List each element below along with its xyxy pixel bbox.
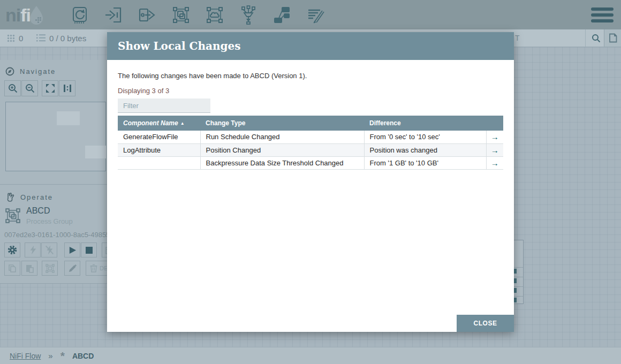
goto-component-arrow-icon[interactable]: → [486, 156, 503, 169]
active-threads-count: 0 [19, 34, 23, 43]
goto-component-arrow-icon[interactable]: → [486, 143, 503, 156]
zoom-actual-button[interactable] [59, 80, 75, 96]
processor-icon[interactable] [69, 4, 91, 26]
navigate-title: Navigate [20, 67, 56, 75]
zoom-fit-button[interactable] [42, 80, 58, 96]
breadcrumb-root-link[interactable]: NiFi Flow [10, 352, 41, 360]
queued-icon [36, 34, 46, 42]
configure-gear-icon[interactable] [4, 242, 20, 257]
search-icon[interactable] [588, 29, 604, 47]
stop-icon[interactable] [81, 242, 97, 257]
selected-component-type: Process Group [26, 217, 73, 225]
minimap-component [57, 111, 80, 125]
table-row: LogAttribute Position Changed Position w… [118, 143, 503, 156]
dialog-description: The following changes have been made to … [118, 72, 307, 80]
template-icon[interactable] [271, 4, 293, 26]
column-header-difference[interactable]: Difference [364, 116, 503, 131]
cell-difference: Position was changed [364, 143, 486, 156]
label-icon[interactable] [305, 4, 327, 26]
compass-icon [5, 67, 14, 76]
cell-component-name: GenerateFlowFile [118, 131, 200, 143]
dialog-header: Show Local Changes [107, 32, 514, 60]
local-changes-asterisk-icon: * [60, 353, 65, 359]
filter-input[interactable] [118, 98, 210, 113]
global-menu-icon[interactable] [591, 7, 614, 22]
nifi-app: nifi [0, 0, 621, 364]
operate-palette: Operate ABCD Process Group 007ed2e3-0161… [0, 185, 107, 284]
minimap-component [85, 146, 106, 158]
queued-count: 0 / 0 bytes [49, 34, 86, 43]
table-header-row: Component Name▲ Change Type Difference [118, 116, 503, 131]
processor-component-edge[interactable] [513, 240, 524, 304]
cell-change-type: Backpressure Data Size Threshold Changed [200, 156, 364, 169]
cell-component-name [118, 156, 200, 169]
group-icon [42, 261, 58, 276]
zoom-in-button[interactable] [4, 80, 21, 96]
cell-component-name: LogAttribute [118, 143, 200, 156]
selected-component-name: ABCD [26, 206, 73, 216]
disable-lightning-icon [41, 242, 57, 257]
status-bar-divider [585, 29, 586, 47]
fill-color-brush-icon [64, 261, 80, 276]
show-local-changes-dialog: Show Local Changes The following changes… [107, 32, 514, 332]
process-group-icon[interactable] [170, 4, 192, 26]
enable-lightning-icon [25, 242, 41, 257]
copy-icon [4, 261, 20, 276]
displaying-count: Displaying 3 of 3 [118, 87, 169, 95]
refresh-timestamp: T [515, 34, 520, 42]
process-group-selected-icon [4, 206, 21, 225]
breadcrumb: NiFi Flow » * ABCD [0, 347, 621, 364]
zoom-out-button[interactable] [21, 80, 38, 96]
selected-component-id: 007ed2e3-0161-1000-8ac5-49855b2 [4, 231, 118, 239]
input-port-icon[interactable] [102, 4, 125, 26]
nifi-logo: nifi [5, 4, 44, 26]
paste-icon [21, 261, 37, 276]
breadcrumb-current[interactable]: ABCD [72, 352, 94, 360]
local-changes-table: Component Name▲ Change Type Difference G… [118, 116, 503, 170]
goto-component-arrow-icon[interactable]: → [486, 131, 503, 143]
remote-process-group-icon[interactable] [203, 4, 226, 26]
table-row: GenerateFlowFile Run Schedule Changed Fr… [118, 131, 503, 143]
birdseye-minimap[interactable] [5, 102, 106, 171]
start-play-icon[interactable] [64, 242, 80, 257]
funnel-icon[interactable] [237, 4, 260, 26]
nifi-drop-icon [28, 4, 44, 26]
cell-difference: From '1 GB' to '10 GB' [364, 156, 486, 169]
dialog-title: Show Local Changes [118, 40, 241, 52]
operate-title: Operate [20, 193, 53, 201]
app-header: nifi [0, 0, 621, 29]
navigate-palette: Navigate [0, 60, 107, 185]
cell-change-type: Position Changed [200, 143, 364, 156]
column-header-change-type[interactable]: Change Type [200, 116, 364, 131]
cell-difference: From '0 sec' to '10 sec' [364, 131, 486, 143]
column-header-component-name[interactable]: Component Name▲ [118, 116, 200, 131]
active-threads-icon [7, 34, 15, 42]
breadcrumb-separator: » [48, 351, 52, 360]
table-row: Backpressure Data Size Threshold Changed… [118, 156, 503, 169]
hand-icon [5, 192, 15, 202]
close-button[interactable]: CLOSE [457, 315, 514, 332]
sort-asc-icon: ▲ [180, 121, 185, 126]
component-toolbar [69, 3, 327, 27]
output-port-icon[interactable] [136, 4, 158, 26]
cell-change-type: Run Schedule Changed [200, 131, 364, 143]
summary-doc-icon[interactable] [604, 29, 621, 47]
logo-text: ni [5, 5, 20, 26]
